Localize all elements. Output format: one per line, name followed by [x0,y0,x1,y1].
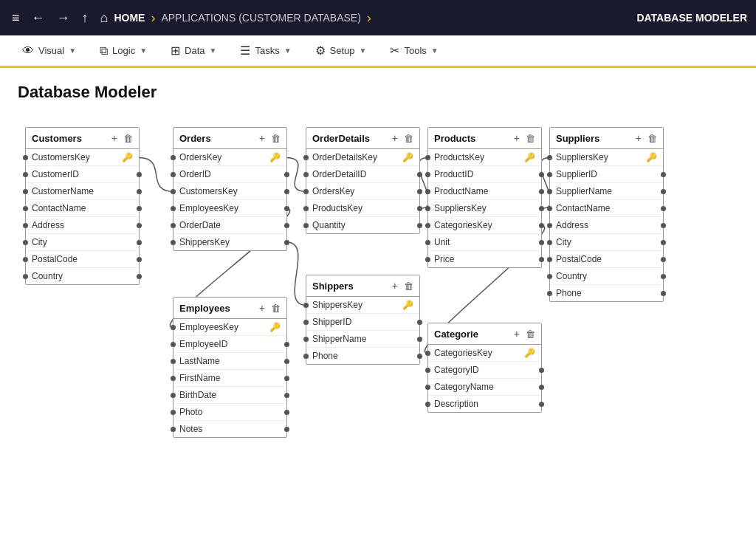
field-name: CategoryID [434,365,479,375]
add-field-button-categories[interactable]: + [514,328,520,340]
delete-table-button-categories[interactable]: 🗑 [526,329,535,340]
delete-table-button-customers[interactable]: 🗑 [123,133,133,144]
field-dot-right [661,189,666,194]
field-dot-right [284,410,289,415]
field-row: CustomerID [26,166,139,183]
page-title: Database Modeler [18,83,738,102]
field-dot-left [425,189,430,194]
delete-table-button-orderdetails[interactable]: 🗑 [404,133,413,144]
field-dot-right [661,223,666,228]
field-dot-right [284,206,289,211]
field-dot-right [417,206,422,211]
field-row: Description [428,396,541,412]
field-name: CategoriesKey [434,348,492,358]
table-orderdetails[interactable]: OrderDetails+🗑OrderDetailsKey🔑OrderDetai… [306,127,420,234]
field-row: Country [550,268,663,285]
field-name: Description [434,399,478,409]
field-name: ProductID [434,169,473,179]
add-field-button-orderdetails[interactable]: + [392,132,398,144]
field-name: PostalCode [32,254,78,264]
field-dot-right [137,172,142,177]
field-name: EmployeesKey [179,203,238,213]
field-name: LastName [179,356,220,366]
table-title-shippers: Shippers [312,281,354,292]
field-dot-left [303,206,309,211]
logic-arrow: ▼ [140,47,147,55]
field-dot-left [171,359,176,364]
field-row: CustomersKey [173,183,286,200]
menu-visual[interactable]: 👁 Visual ▼ [12,40,86,62]
field-dot-right [137,223,142,228]
field-dot-left [303,189,309,194]
delete-table-button-shippers[interactable]: 🗑 [404,281,413,292]
field-row: Phone [550,285,663,301]
add-field-button-shippers[interactable]: + [392,280,398,292]
field-name: ProductsKey [312,203,362,213]
field-dot-right [137,206,142,211]
home-label[interactable]: HOME [114,12,145,24]
field-dot-right [539,257,544,262]
visual-icon: 👁 [22,44,34,58]
menu-setup[interactable]: ⚙ Setup ▼ [305,39,377,62]
menu-tools[interactable]: ✂ Tools ▼ [379,39,448,62]
field-row: ShipperID [306,314,419,331]
field-dot-left [23,223,28,228]
field-dot-left [547,257,552,262]
table-shippers[interactable]: Shippers+🗑ShippersKey🔑ShipperIDShipperNa… [306,275,420,365]
table-orders[interactable]: Orders+🗑OrdersKey🔑OrderIDCustomersKeyEmp… [173,127,287,251]
field-dot-right [284,172,289,177]
delete-table-button-employees[interactable]: 🗑 [271,303,281,314]
field-dot-right [417,189,422,194]
add-field-button-orders[interactable]: + [259,132,265,144]
menu-icon[interactable]: ≡ [9,7,23,29]
menu-setup-label: Setup [330,45,355,56]
home-icon: ⌂ [100,10,109,26]
menu-data[interactable]: ⊞ Data ▼ [160,39,227,62]
field-name: Address [556,220,588,230]
add-field-button-employees[interactable]: + [259,302,265,314]
add-field-button-products[interactable]: + [514,132,520,144]
field-dot-left [23,189,28,194]
delete-table-button-orders[interactable]: 🗑 [271,133,281,144]
menu-tasks[interactable]: ☰ Tasks ▼ [230,39,301,62]
table-products[interactable]: Products+🗑ProductsKey🔑ProductIDProductNa… [427,127,542,268]
field-dot-right [661,206,666,211]
current-page-label: DATABASE MODELER [636,12,747,24]
add-field-button-customers[interactable]: + [111,132,117,144]
field-row: Address [26,217,139,234]
field-dot-right [137,240,142,245]
app-label[interactable]: APPLICATIONS (CUSTOMER DATABASE) [161,12,360,24]
add-field-button-suppliers[interactable]: + [636,132,642,144]
table-suppliers[interactable]: Suppliers+🗑SuppliersKey🔑SupplierIDSuppli… [549,127,664,302]
menu-logic[interactable]: ⧉ Logic ▼ [89,40,157,62]
field-row: OrderID [173,166,286,183]
table-categories[interactable]: Categorie+🗑CategoriesKey🔑CategoryIDCateg… [427,323,542,413]
field-row: ShipperName [306,331,419,348]
menu-bar: 👁 Visual ▼ ⧉ Logic ▼ ⊞ Data ▼ ☰ Tasks ▼ … [0,35,756,68]
table-title-products: Products [434,133,475,144]
field-row: OrderDetailID [306,166,419,183]
field-dot-right [661,257,666,262]
field-dot-right [137,257,142,262]
forward-icon[interactable]: → [54,7,73,29]
field-dot-right [539,402,544,407]
field-row: EmployeesKey [173,200,286,217]
field-dot-left [171,189,176,194]
field-name: ContactName [556,203,610,213]
delete-table-button-suppliers[interactable]: 🗑 [647,133,657,144]
field-name: ShippersKey [179,237,230,247]
table-customers[interactable]: Customers+🗑CustomersKey🔑CustomerIDCustom… [25,127,140,285]
visual-arrow: ▼ [69,47,76,55]
table-actions-orders: +🗑 [259,132,281,144]
delete-table-button-products[interactable]: 🗑 [526,133,535,144]
back-icon[interactable]: ← [29,7,48,29]
database-canvas: Customers+🗑CustomersKey🔑CustomerIDCustom… [18,120,738,533]
field-dot-left [171,223,176,228]
field-dot-left [303,223,309,228]
field-row: ProductName [428,183,541,200]
table-employees[interactable]: Employees+🗑EmployeesKey🔑EmployeeIDLastNa… [173,297,287,438]
setup-arrow: ▼ [360,47,367,55]
up-icon[interactable]: ↑ [79,7,92,29]
field-dot-left [425,172,430,177]
field-name: FirstName [179,373,220,383]
